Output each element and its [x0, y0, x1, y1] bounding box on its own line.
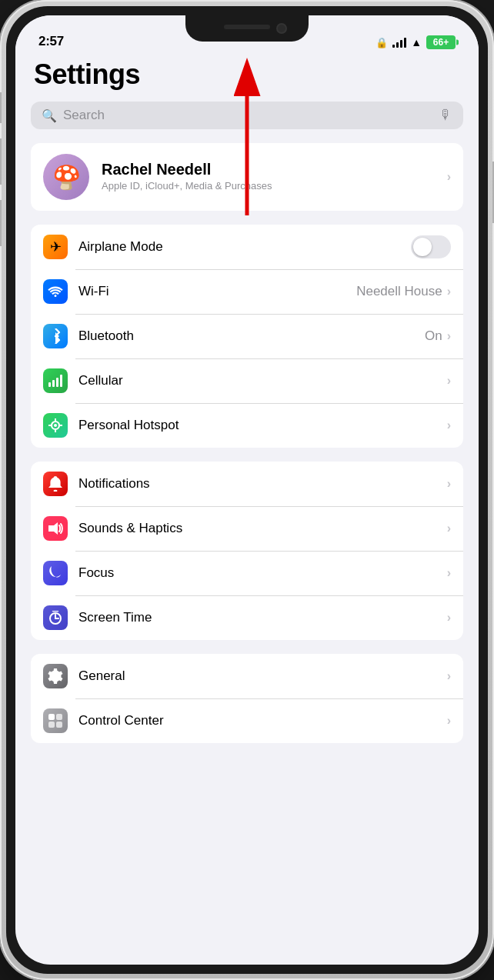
general-section: General›Control Center›: [31, 654, 463, 743]
signal-bars: [392, 37, 406, 48]
row-label: Control Center: [78, 713, 447, 728]
time-display: 2:57: [38, 34, 64, 49]
notch: [185, 15, 309, 42]
settings-row-notifications[interactable]: Notifications›: [31, 462, 463, 506]
page-title: Settings: [34, 58, 463, 91]
settings-row-cellular[interactable]: Cellular›: [31, 358, 463, 403]
settings-row-general[interactable]: General›: [31, 654, 463, 698]
svg-rect-2: [48, 382, 51, 387]
settings-row-sounds-&-haptics[interactable]: Sounds & Haptics›: [31, 506, 463, 551]
svg-marker-13: [48, 522, 58, 535]
settings-row-screen-time[interactable]: Screen Time›: [31, 595, 463, 640]
status-bar: 2:57 🔒 ▲ 66+: [15, 15, 479, 54]
profile-info: Rachel Needell Apple ID, iCloud+, Media …: [102, 161, 447, 193]
svg-rect-21: [48, 722, 55, 728]
notifications-section: Notifications›Sounds & Haptics›Focus›Scr…: [31, 462, 463, 640]
wifi-icon: ▲: [411, 36, 422, 48]
profile-row[interactable]: 🍄 Rachel Needell Apple ID, iCloud+, Medi…: [31, 143, 463, 211]
avatar: 🍄: [43, 154, 89, 200]
row-label: Airplane Mode: [78, 239, 411, 255]
settings-row-bluetooth[interactable]: BluetoothOn›: [31, 314, 463, 358]
notifications-icon: [43, 472, 68, 496]
search-icon: 🔍: [42, 108, 57, 123]
row-chevron: ›: [447, 669, 451, 683]
general-icon: [43, 664, 68, 688]
row-chevron: ›: [447, 477, 451, 491]
row-label: Bluetooth: [78, 328, 425, 344]
connectivity-section: ✈Airplane ModeWi-FiNeedell House›Bluetoo…: [31, 225, 463, 448]
row-label: Focus: [78, 565, 447, 581]
row-chevron: ›: [447, 566, 451, 580]
settings-row-control-center[interactable]: Control Center›: [31, 698, 463, 743]
screen: 2:57 🔒 ▲ 66+: [15, 15, 479, 965]
cellular-icon: [43, 368, 68, 393]
profile-chevron: ›: [447, 170, 451, 184]
profile-subtitle: Apple ID, iCloud+, Media & Purchases: [102, 180, 447, 193]
battery-indicator: 66+: [426, 35, 456, 49]
notch-camera: [276, 23, 287, 34]
profile-card: 🍄 Rachel Needell Apple ID, iCloud+, Medi…: [31, 143, 463, 211]
row-chevron: ›: [447, 522, 451, 535]
signal-bar-4: [404, 38, 406, 48]
avatar-emoji: 🍄: [52, 164, 81, 191]
volume-down-button[interactable]: [0, 200, 2, 246]
row-chevron: ›: [447, 374, 451, 388]
settings-row-airplane-mode[interactable]: ✈Airplane Mode: [31, 225, 463, 269]
row-chevron: ›: [447, 714, 451, 728]
svg-point-12: [54, 490, 58, 492]
settings-row-wi-fi[interactable]: Wi-FiNeedell House›: [31, 269, 463, 314]
search-input[interactable]: Search: [63, 108, 439, 123]
settings-row-focus[interactable]: Focus›: [31, 551, 463, 595]
row-label: Cellular: [78, 373, 447, 388]
battery-level: 66+: [433, 37, 449, 48]
signal-bar-1: [392, 45, 395, 48]
svg-rect-5: [60, 375, 62, 387]
row-value: On: [425, 328, 442, 344]
sounds-&-haptics-icon: [43, 516, 68, 541]
airplane-mode-icon: ✈: [43, 235, 68, 259]
focus-icon: [43, 561, 68, 585]
phone-frame: 2:57 🔒 ▲ 66+: [0, 0, 494, 980]
svg-rect-22: [56, 722, 62, 728]
row-label: Sounds & Haptics: [78, 521, 447, 536]
svg-rect-19: [48, 714, 55, 720]
row-chevron: ›: [447, 285, 451, 298]
status-right-icons: 🔒 ▲ 66+: [376, 35, 456, 49]
row-label: Notifications: [78, 476, 447, 492]
settings-row-personal-hotspot[interactable]: Personal Hotspot›: [31, 403, 463, 448]
volume-up-button[interactable]: [0, 138, 2, 185]
svg-rect-4: [56, 378, 58, 387]
svg-rect-3: [52, 380, 55, 387]
mic-icon[interactable]: 🎙: [439, 108, 452, 123]
row-label: Screen Time: [78, 610, 447, 625]
screen-time-icon: [43, 605, 68, 630]
personal-hotspot-icon: [43, 413, 68, 438]
airplane-mode-toggle[interactable]: [411, 235, 451, 258]
settings-content: Settings 🔍 Search 🎙 🍄 Rachel Needell: [15, 54, 479, 965]
svg-rect-20: [56, 714, 62, 720]
toggle-thumb: [413, 238, 432, 256]
signal-bar-2: [396, 42, 399, 48]
row-chevron: ›: [447, 418, 451, 432]
notch-speaker: [224, 25, 270, 29]
row-label: Personal Hotspot: [78, 418, 447, 433]
row-value: Needell House: [356, 284, 442, 299]
signal-bar-3: [400, 40, 402, 48]
svg-point-7: [54, 424, 57, 427]
wi-fi-icon: [43, 279, 68, 304]
phone-inner: 2:57 🔒 ▲ 66+: [6, 6, 488, 974]
profile-name: Rachel Needell: [102, 161, 447, 178]
silent-button[interactable]: [0, 92, 2, 123]
lock-icon: 🔒: [376, 37, 388, 48]
control-center-icon: [43, 708, 68, 733]
row-label: General: [78, 668, 447, 684]
row-label: Wi-Fi: [78, 284, 356, 299]
search-bar[interactable]: 🔍 Search 🎙: [31, 102, 463, 129]
bluetooth-icon: [43, 324, 68, 348]
row-chevron: ›: [447, 611, 451, 625]
row-chevron: ›: [447, 329, 451, 343]
